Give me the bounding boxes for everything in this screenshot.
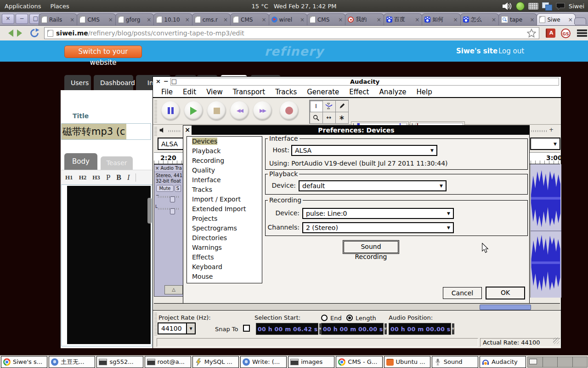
title-input[interactable]: 磁带转mp3 (c [61,123,151,140]
browser-tab-active[interactable]: Siwe× [537,13,575,25]
selection-tool[interactable]: I [310,100,323,112]
applications-menu[interactable]: Applications [0,3,45,10]
window-close-button[interactable]: × [2,14,14,24]
category-extended-import[interactable]: Extended Import [187,204,262,214]
menu-transport[interactable]: Transport [233,88,265,96]
gain-slider[interactable]: − [158,196,180,201]
length-radio[interactable] [346,315,353,321]
bold-button[interactable]: B [116,173,121,182]
workspace-3[interactable] [557,356,573,368]
tab-close-icon[interactable]: × [492,17,496,23]
category-recording[interactable]: Recording [187,156,262,166]
taskbar-item[interactable]: CMS - G... [336,356,382,368]
dictionary-extension-icon[interactable]: A [546,29,555,38]
browser-tab[interactable]: 百度× [384,13,422,25]
keyboard-icon[interactable] [528,3,538,10]
menu-view[interactable]: View [206,88,223,96]
horizontal-scrollbar[interactable] [154,303,560,310]
browser-tab[interactable]: CMS× [230,13,269,25]
track-close-icon[interactable]: × [155,166,159,171]
h3-button[interactable]: H3 [92,174,100,181]
clock-area[interactable]: 15 °C Wed Feb 27, 1:42 PM [0,3,588,10]
category-spectrograms[interactable]: Spectrograms [187,224,262,233]
body-tab[interactable]: Body [64,153,97,170]
selection-start-field[interactable]: 00 h 00 m 06.42 s▼ [256,323,318,335]
category-devices[interactable]: Devices [187,137,262,146]
rewind-button[interactable]: ◀◀ [230,101,249,120]
length-field[interactable]: 00 h 00 m 00.00 s▼ [321,323,384,335]
input-device-combo[interactable]: ▼ [530,138,560,150]
h2-button[interactable]: H2 [79,174,87,181]
workspace-2[interactable] [543,356,558,368]
menu-generate[interactable]: Generate [307,88,339,96]
sound-recording-button[interactable]: Sound Recording [344,241,398,253]
tab-close-icon[interactable]: × [185,17,190,23]
browser-tab[interactable]: CMS× [307,13,345,25]
taskbar-item[interactable]: Audacity [480,356,526,368]
tab-close-icon[interactable]: × [223,17,228,23]
category-warnings[interactable]: Warnings [187,243,262,253]
fast-forward-button[interactable]: ▶▶ [253,101,272,120]
resize-grip[interactable] [553,338,560,344]
zoom-tool[interactable] [310,112,323,124]
reload-icon[interactable] [29,28,40,38]
pan-slider[interactable]: L [158,208,180,213]
menu-file[interactable]: File [161,88,173,96]
dropdown-icon[interactable]: ▼ [452,323,454,334]
network-icon[interactable] [542,2,552,10]
draw-tool[interactable] [335,100,349,112]
category-keyboard[interactable]: Keyboard [187,262,262,272]
places-menu[interactable]: Places [45,3,74,10]
tab-close-icon[interactable]: × [415,17,419,23]
waveform-area[interactable] [530,164,561,298]
account-name[interactable]: Siwe's site [456,47,498,55]
category-directories[interactable]: Directories [187,233,262,243]
chat-icon[interactable] [556,2,565,10]
h1-button[interactable]: H1 [65,174,73,181]
tab-close-icon[interactable]: × [70,17,74,23]
browser-tab[interactable]: 怎么× [460,13,499,25]
forward-icon[interactable] [17,29,26,37]
audacity-close-icon[interactable]: × [156,78,164,85]
taskbar-item[interactable]: root@a... [145,356,191,368]
category-interface[interactable]: Interface [187,175,262,185]
tab-close-icon[interactable]: × [147,17,151,23]
channels-combo[interactable]: 2 (Stereo)▼ [302,222,454,233]
toolbar-grip[interactable] [154,312,157,335]
gain-slider-thumb[interactable] [170,196,175,202]
workspace-4[interactable] [572,356,588,368]
category-quality[interactable]: Quality [187,166,262,175]
snap-to-checkbox[interactable] [243,325,250,332]
admin-tab-dashboard[interactable]: Dashboard [94,75,133,91]
workspace-switcher[interactable] [527,356,587,368]
audacity-titlebar[interactable]: ×−□ Audacity [153,77,561,87]
tab-close-icon[interactable]: × [261,17,266,23]
input-slider[interactable] [531,130,547,132]
browser-tab[interactable]: 如何× [422,13,460,25]
playback-device-combo[interactable]: default▼ [299,180,447,191]
device-host-combo[interactable]: ALSA [158,138,184,150]
bookmark-star-icon[interactable] [527,29,536,38]
window-minimize-button[interactable]: − [16,14,28,24]
paragraph-button[interactable]: P [106,173,110,182]
timeshift-tool[interactable]: ↔ [322,112,336,124]
track-collapse-button[interactable]: △ [164,285,183,294]
category-mouse[interactable]: Mouse [187,272,262,282]
tab-close-icon[interactable]: × [108,17,113,23]
envelope-tool[interactable] [322,100,336,112]
tab-close-icon[interactable]: × [453,17,458,23]
status-orb-icon[interactable] [516,2,525,11]
taskbar-item[interactable]: MySQL ... [192,356,239,368]
project-rate-combo[interactable]: 44100 [158,322,187,334]
pause-button[interactable] [161,101,180,120]
record-button[interactable] [280,101,299,120]
tab-close-icon[interactable]: × [530,17,534,23]
category-projects[interactable]: Projects [187,214,262,224]
tab-close-icon[interactable]: × [338,17,343,23]
browser-tab[interactable]: Rails× [39,13,77,25]
tab-close-icon[interactable]: × [300,17,305,23]
stop-button[interactable] [207,101,226,120]
mute-button[interactable]: Mute [156,185,174,192]
taskbar-item[interactable]: sg552... [96,356,143,368]
category-import-export[interactable]: Import / Export [187,195,262,204]
